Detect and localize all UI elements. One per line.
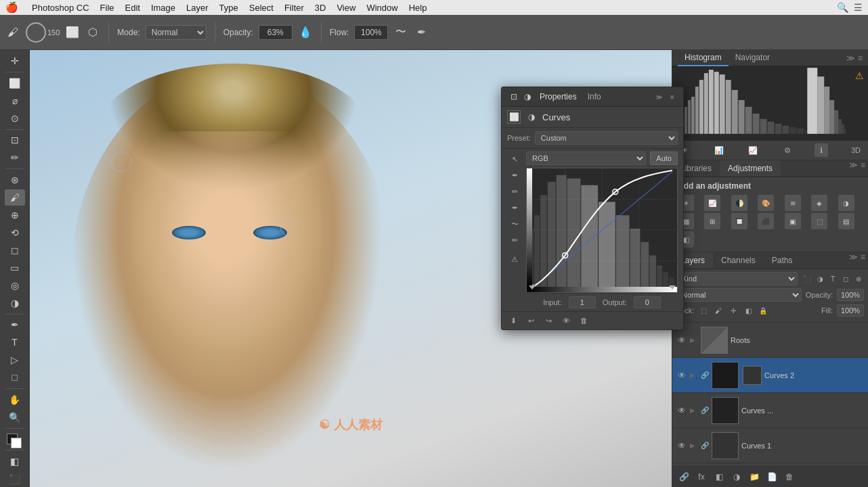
- history-tool[interactable]: ⟲: [5, 225, 25, 241]
- new-group-icon[interactable]: 📁: [747, 469, 762, 484]
- input-value[interactable]: [569, 296, 596, 308]
- layout-icon[interactable]: ☰: [854, 2, 863, 13]
- lock-position-icon[interactable]: ✛: [728, 305, 739, 316]
- channel-mixer-adj-icon[interactable]: ⊞: [704, 213, 720, 229]
- layer-mask-icon[interactable]: ◧: [712, 469, 726, 484]
- menu-3d[interactable]: 3D: [315, 3, 326, 13]
- vibrance-adj-icon[interactable]: 🎨: [758, 195, 774, 211]
- new-fill-layer-icon[interactable]: ◑: [729, 469, 744, 484]
- mode-select[interactable]: Normal: [146, 25, 207, 40]
- menu-view[interactable]: View: [337, 3, 355, 13]
- curves-tool-eyedropper-black[interactable]: ✒: [507, 168, 522, 183]
- smoothing-icon[interactable]: 〜: [393, 25, 408, 40]
- layer-visibility-eye[interactable]: 👁: [676, 441, 687, 450]
- path-select-tool[interactable]: ▷: [5, 352, 25, 368]
- menu-layer[interactable]: Layer: [186, 3, 209, 13]
- visibility-icon[interactable]: 👁: [560, 315, 572, 327]
- posterize-adj-icon[interactable]: ▣: [785, 213, 801, 229]
- new-layer-icon[interactable]: 📄: [764, 469, 779, 484]
- crop-tool[interactable]: ⊡: [5, 132, 25, 148]
- clone-tool[interactable]: ⊕: [5, 207, 25, 223]
- layer-link-icon[interactable]: 🔗: [701, 407, 709, 414]
- layer-expand-arrow[interactable]: ▶: [690, 442, 698, 449]
- curves-adj-icon[interactable]: 📈: [704, 195, 720, 211]
- color-balance-adj-icon[interactable]: ◈: [811, 195, 827, 211]
- layer-visibility-eye[interactable]: 👁: [676, 406, 687, 415]
- tab-paths[interactable]: Paths: [764, 252, 801, 269]
- threshold-adj-icon[interactable]: ⬚: [811, 213, 827, 229]
- invert-adj-icon[interactable]: ⬛: [758, 213, 774, 229]
- prev-state-icon[interactable]: ↩: [525, 315, 537, 327]
- flow-input[interactable]: [354, 25, 388, 40]
- layer-visibility-eye[interactable]: 👁: [676, 335, 687, 345]
- blending-mode-select[interactable]: Normal: [676, 288, 802, 302]
- adj-filter-icon[interactable]: ◑: [815, 273, 825, 284]
- pen-tool[interactable]: ✒: [5, 317, 25, 333]
- menu-filter[interactable]: Filter: [284, 3, 304, 13]
- prop-expand-icon[interactable]: ≫: [653, 91, 664, 102]
- quick-mask-tool[interactable]: ◧: [5, 453, 25, 469]
- preset-select[interactable]: Custom Default Strong Contrast Linear Co…: [535, 131, 678, 145]
- layer-style-icon[interactable]: fx: [694, 469, 709, 484]
- menu-file[interactable]: File: [100, 3, 114, 13]
- apple-menu[interactable]: 🍎: [5, 1, 18, 14]
- panel-menu-icon[interactable]: ≡: [858, 53, 863, 63]
- layer-expand-arrow[interactable]: ▶: [690, 407, 698, 414]
- shape-tool[interactable]: □: [5, 369, 25, 386]
- 3d-icon[interactable]: 3D: [849, 143, 863, 157]
- lasso-tool[interactable]: ⌀: [5, 93, 25, 109]
- tablet-icon[interactable]: ✒: [414, 25, 429, 40]
- layer-item[interactable]: 👁 ▶ 🔗 Curves 2: [672, 358, 868, 393]
- menu-type[interactable]: Type: [219, 3, 238, 13]
- exposure-adj-icon[interactable]: 🌓: [731, 195, 747, 211]
- blur-tool[interactable]: ◎: [5, 277, 25, 294]
- layer-link-icon[interactable]: 🔗: [701, 442, 709, 449]
- curves-icon[interactable]: 📈: [746, 143, 760, 157]
- foreground-color[interactable]: [5, 432, 25, 448]
- curves-tool-pencil[interactable]: ✏: [507, 233, 522, 248]
- text-tool[interactable]: T: [5, 334, 25, 350]
- layer-expand-arrow[interactable]: ▶: [690, 371, 698, 379]
- color-lookup-adj-icon[interactable]: 🔲: [731, 213, 747, 229]
- gradient-tool[interactable]: ▭: [5, 260, 25, 276]
- tab-properties[interactable]: Properties: [534, 91, 582, 103]
- smart-filter-icon[interactable]: ⊛: [853, 273, 864, 284]
- airbrush-icon[interactable]: 💧: [298, 25, 313, 40]
- curves-tool-eyedropper-gray[interactable]: ✏: [507, 184, 522, 199]
- tab-histogram[interactable]: Histogram: [678, 50, 729, 66]
- auto-button[interactable]: Auto: [650, 152, 678, 165]
- type-filter-icon[interactable]: T: [827, 273, 838, 284]
- layers-expand-icon[interactable]: ≫: [849, 252, 858, 269]
- clip-to-layer-icon[interactable]: ⬇: [507, 315, 519, 327]
- curves-graph[interactable]: [526, 168, 678, 293]
- layer-item[interactable]: 👁 ▶ Roots: [672, 323, 868, 358]
- menu-window[interactable]: Window: [366, 3, 397, 13]
- shape-filter-icon[interactable]: ◻: [840, 273, 851, 284]
- spot-heal-tool[interactable]: ⊛: [5, 172, 25, 188]
- hand-tool[interactable]: ✋: [5, 392, 25, 408]
- layer-link-icon[interactable]: 🔗: [701, 371, 709, 379]
- lock-artboard-icon[interactable]: ◧: [743, 305, 754, 316]
- menu-help[interactable]: Help: [409, 3, 427, 13]
- layers-menu-icon[interactable]: ≡: [861, 252, 865, 269]
- tab-adjustments[interactable]: Adjustments: [720, 160, 781, 177]
- delete-adj-icon[interactable]: 🗑: [578, 315, 590, 327]
- opacity-layer-input[interactable]: [837, 289, 864, 301]
- curves-tool-eyedropper-white[interactable]: ✒: [507, 200, 522, 215]
- eraser-tool[interactable]: ◻: [5, 242, 25, 258]
- link-layers-icon[interactable]: 🔗: [676, 469, 691, 484]
- screen-mode-tool[interactable]: ⬛: [5, 471, 25, 487]
- layer-visibility-eye[interactable]: 👁: [676, 371, 687, 380]
- channel-select[interactable]: RGB Red Green Blue: [526, 152, 646, 165]
- hsl-adj-icon[interactable]: ≋: [785, 195, 801, 211]
- marquee-tool[interactable]: ⬜: [5, 75, 25, 91]
- adj-menu-icon[interactable]: ≡: [861, 160, 865, 177]
- output-value[interactable]: [634, 296, 661, 308]
- opacity-input[interactable]: [259, 25, 292, 40]
- exposure-icon[interactable]: ⚙: [781, 143, 794, 157]
- lock-pixels-icon[interactable]: 🖌: [713, 305, 724, 316]
- prop-menu-icon[interactable]: ≡: [667, 91, 678, 102]
- move-tool[interactable]: ✛: [5, 53, 25, 69]
- layer-kind-select[interactable]: Kind: [676, 272, 798, 285]
- info-icon[interactable]: ℹ: [815, 143, 828, 157]
